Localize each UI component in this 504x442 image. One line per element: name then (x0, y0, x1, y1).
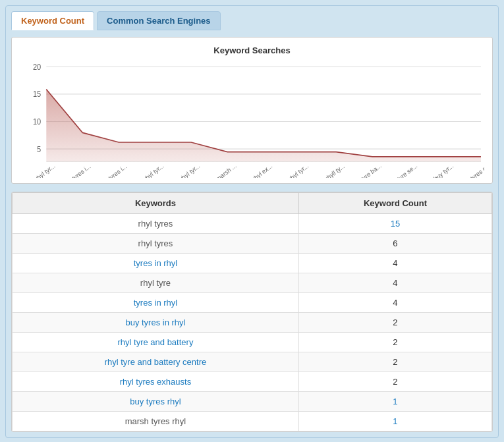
col-keyword-count: Keyword Count (298, 193, 491, 214)
chart-section: Keyword Searches 20 15 10 5 (11, 37, 493, 184)
table-row: tyres in rhyl4 (13, 254, 492, 273)
cell-count: 2 (298, 372, 491, 392)
cell-keyword: tyres in rhyl (13, 293, 299, 313)
svg-text:rhyll ty...: rhyll ty... (324, 162, 346, 178)
table-row: rhyl tyre and battery centre2 (13, 352, 492, 372)
svg-text:tyres i...: tyres i... (70, 162, 92, 178)
svg-text:marsh ...: marsh ... (215, 161, 238, 178)
cell-keyword: buy tyres rhyl (13, 392, 299, 412)
cell-keyword: tyres in rhyl (13, 254, 299, 273)
tab-common-search-engines[interactable]: Common Search Engines (97, 11, 220, 30)
cell-keyword: rhyl tyres (13, 234, 299, 254)
svg-text:tyre ba...: tyre ba... (360, 161, 383, 178)
cell-count: 1 (298, 392, 491, 412)
cell-count: 4 (298, 254, 491, 273)
col-keywords: Keywords (13, 193, 299, 214)
table-row: rhyl tyres6 (13, 234, 492, 254)
table-body: rhyl tyres15rhyl tyres6tyres in rhyl4rhy… (13, 214, 492, 431)
svg-text:buy tyr...: buy tyr... (432, 162, 455, 178)
svg-text:tyres i...: tyres i... (107, 162, 128, 178)
table-row: rhyl tyres15 (13, 214, 492, 234)
table-row: rhyl tyre4 (13, 273, 492, 293)
tab-bar: Keyword Count Common Search Engines (11, 11, 493, 30)
cell-count: 1 (298, 412, 491, 431)
tab-keyword-count[interactable]: Keyword Count (11, 11, 94, 30)
table-row: marsh tyres rhyl1 (13, 412, 492, 431)
cell-keyword: rhyl tyre and battery centre (13, 352, 299, 372)
cell-count: 4 (298, 293, 491, 313)
table-header: Keywords Keyword Count (13, 193, 492, 214)
chart-area: 20 15 10 5 rhyl tyr... tyres i. (20, 59, 484, 178)
table-row: buy tyres in rhyl2 (13, 313, 492, 333)
cell-keyword: rhyl tyre (13, 273, 299, 293)
table-row: tyres in rhyl4 (13, 293, 492, 313)
svg-text:20: 20 (33, 62, 42, 71)
svg-text:rhyl tyr...: rhyl tyr... (179, 162, 201, 178)
svg-text:rhyl tyr...: rhyl tyr... (142, 162, 165, 178)
cell-count: 2 (298, 352, 491, 372)
cell-count: 6 (298, 234, 491, 254)
keyword-table: Keywords Keyword Count rhyl tyres15rhyl … (12, 192, 492, 431)
table-row: rhyl tyres exhausts2 (13, 372, 492, 392)
chart-svg: 20 15 10 5 rhyl tyr... tyres i. (20, 59, 484, 178)
main-container: Keyword Count Common Search Engines Keyw… (5, 5, 499, 438)
svg-text:rhyl ex...: rhyl ex... (251, 162, 273, 178)
cell-count: 2 (298, 313, 491, 333)
svg-text:rhyl tyr...: rhyl tyr... (34, 162, 56, 178)
table-row: rhyl tyre and battery2 (13, 333, 492, 352)
cell-count: 2 (298, 333, 491, 352)
svg-text:10: 10 (33, 117, 42, 126)
svg-marker-9 (46, 90, 481, 162)
table-section: Keywords Keyword Count rhyl tyres15rhyl … (11, 192, 493, 432)
table-row: buy tyres rhyl1 (13, 392, 492, 412)
svg-text:tyre se...: tyre se... (396, 161, 418, 178)
cell-keyword: rhyl tyres (13, 214, 299, 234)
svg-text:15: 15 (33, 90, 42, 99)
cell-keyword: marsh tyres rhyl (13, 412, 299, 431)
svg-text:5: 5 (37, 144, 42, 153)
cell-keyword: rhyl tyre and battery (13, 333, 299, 352)
cell-keyword: rhyl tyres exhausts (13, 372, 299, 392)
cell-keyword: buy tyres in rhyl (13, 313, 299, 333)
chart-title: Keyword Searches (20, 45, 484, 55)
cell-count: 4 (298, 273, 491, 293)
cell-count: 15 (298, 214, 491, 234)
svg-text:tyres r...: tyres r... (469, 162, 484, 178)
svg-text:rhyl tyr...: rhyl tyr... (287, 162, 310, 178)
